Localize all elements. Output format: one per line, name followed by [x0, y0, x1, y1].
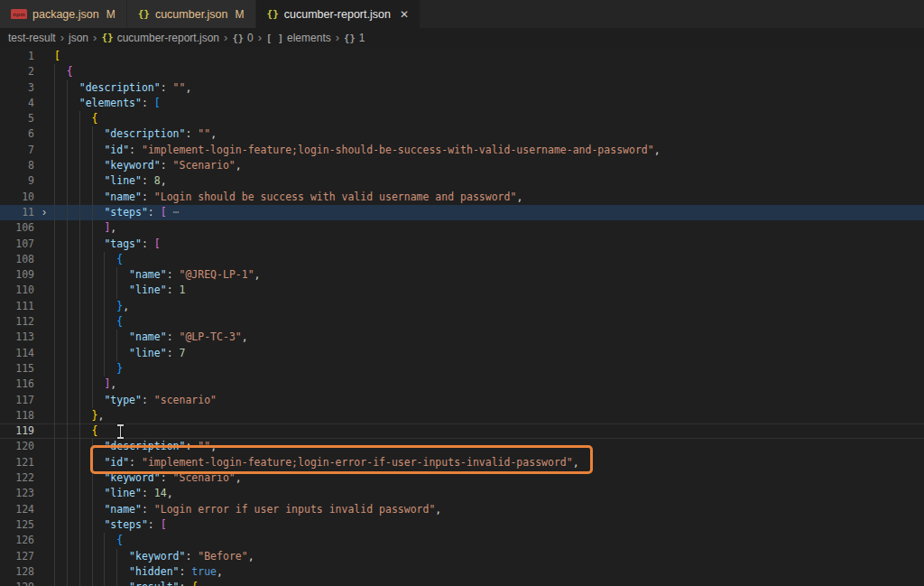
code-line-text[interactable]: "line": 14,	[54, 486, 924, 501]
code-line-text[interactable]: {	[54, 64, 924, 79]
code-line-text[interactable]: "line": 8,	[54, 173, 924, 189]
code-line-text[interactable]: {	[54, 111, 924, 126]
code-line-text[interactable]: ],	[54, 220, 924, 236]
code-line[interactable]: 114 "line": 7	[0, 346, 924, 361]
code-line-text[interactable]: }	[54, 361, 924, 377]
breadcrumb-item-elements[interactable]: [ ]elements	[266, 32, 331, 44]
line-number[interactable]: 109	[0, 267, 34, 283]
code-line-text[interactable]: "name": "Login error if user inputs inva…	[54, 502, 924, 517]
close-icon[interactable]: ✕	[400, 8, 409, 21]
line-number[interactable]: 111	[0, 299, 34, 314]
code-line-text[interactable]: "name": "@JREQ-LP-1",	[54, 267, 924, 283]
line-number[interactable]: 123	[0, 486, 34, 501]
code-line[interactable]: 109 "name": "@JREQ-LP-1",	[0, 267, 924, 283]
code-line[interactable]: 2 {	[0, 64, 924, 79]
code-line[interactable]: 4 "elements": [	[0, 96, 924, 111]
line-number[interactable]: 3	[0, 80, 34, 96]
code-line[interactable]: 115 }	[0, 361, 924, 377]
code-line-text[interactable]: "steps": [ ⋯	[54, 205, 924, 220]
tab-package-json[interactable]: npmpackage.jsonM	[0, 0, 127, 28]
code-line[interactable]: 6 "description": "",	[0, 126, 924, 142]
code-line-text[interactable]: "result": {	[54, 580, 924, 586]
code-line-text[interactable]: "name": "Login should be success with va…	[54, 190, 924, 205]
code-line-text[interactable]: "tags": [	[54, 237, 924, 252]
line-number[interactable]: 1	[0, 49, 34, 64]
line-number[interactable]: 125	[0, 517, 34, 533]
code-line[interactable]: 116 ],	[0, 377, 924, 392]
code-line-text[interactable]: "name": "@LP-TC-3",	[54, 330, 924, 345]
code-line-text[interactable]: {	[54, 314, 924, 330]
code-line[interactable]: 120 "description": "",	[0, 439, 924, 454]
code-line-text[interactable]: },	[54, 299, 924, 314]
code-line-text[interactable]: {	[54, 423, 924, 439]
code-line[interactable]: 107 "tags": [	[0, 237, 924, 252]
line-number[interactable]: 115	[0, 361, 34, 377]
breadcrumb-item-json[interactable]: json	[69, 32, 88, 44]
line-number[interactable]: 122	[0, 470, 34, 486]
line-number[interactable]: 121	[0, 455, 34, 470]
fold-chevron-icon[interactable]: ›	[34, 205, 54, 220]
line-number[interactable]: 11	[0, 205, 34, 220]
code-line-text[interactable]: "steps": [	[54, 517, 924, 533]
code-line-text[interactable]: "keyword": "Before",	[54, 549, 924, 564]
line-number[interactable]: 126	[0, 533, 34, 548]
code-line[interactable]: 5 {	[0, 111, 924, 126]
code-line-text[interactable]: "line": 1	[54, 283, 924, 298]
code-line[interactable]: 10 "name": "Login should be success with…	[0, 190, 924, 205]
line-number[interactable]: 118	[0, 408, 34, 423]
tab-cucumber-report-json[interactable]: {}cucumber-report.json✕	[256, 0, 420, 28]
code-line[interactable]: 122 "keyword": "Scenario",	[0, 470, 924, 486]
code-line[interactable]: 7 "id": "implement-login-feature;login-s…	[0, 143, 924, 158]
line-number[interactable]: 120	[0, 439, 34, 454]
code-line-text[interactable]: "id": "implement-login-feature;login-sho…	[54, 143, 924, 158]
code-line[interactable]: 119 {	[0, 423, 924, 439]
tab-cucumber-json[interactable]: {}cucumber.jsonM	[127, 0, 256, 28]
code-line-text[interactable]: "keyword": "Scenario",	[54, 158, 924, 173]
code-line[interactable]: 9 "line": 8,	[0, 173, 924, 189]
code-line[interactable]: 3 "description": "",	[0, 80, 924, 96]
code-line[interactable]: 11› "steps": [ ⋯	[0, 205, 924, 220]
line-number[interactable]: 2	[0, 64, 34, 79]
line-number[interactable]: 6	[0, 126, 34, 142]
code-line[interactable]: 117 "type": "scenario"	[0, 393, 924, 408]
code-line-text[interactable]: "hidden": true,	[54, 564, 924, 580]
code-line[interactable]: 126 {	[0, 533, 924, 548]
code-line[interactable]: 1[	[0, 49, 924, 64]
line-number[interactable]: 124	[0, 502, 34, 517]
line-number[interactable]: 4	[0, 96, 34, 111]
code-line-text[interactable]: "elements": [	[54, 96, 924, 111]
line-number[interactable]: 8	[0, 158, 34, 173]
code-line-text[interactable]: [	[54, 49, 924, 64]
line-number[interactable]: 128	[0, 564, 34, 580]
code-line[interactable]: 127 "keyword": "Before",	[0, 549, 924, 564]
code-line[interactable]: 110 "line": 1	[0, 283, 924, 298]
line-number[interactable]: 116	[0, 377, 34, 392]
code-line[interactable]: 106 ],	[0, 220, 924, 236]
code-line-text[interactable]: {	[54, 252, 924, 267]
code-line-text[interactable]: "id": "implement-login-feature;login-err…	[54, 455, 924, 470]
line-number[interactable]: 127	[0, 549, 34, 564]
line-number[interactable]: 106	[0, 220, 34, 236]
code-line[interactable]: 121 "id": "implement-login-feature;login…	[0, 455, 924, 470]
code-line-text[interactable]: },	[54, 408, 924, 423]
code-line[interactable]: 123 "line": 14,	[0, 486, 924, 501]
line-number[interactable]: 113	[0, 330, 34, 345]
line-number[interactable]: 129	[0, 580, 34, 586]
code-line-text[interactable]: "type": "scenario"	[54, 393, 924, 408]
code-line-text[interactable]: "keyword": "Scenario",	[54, 470, 924, 486]
code-line-text[interactable]: {	[54, 533, 924, 548]
line-number[interactable]: 10	[0, 190, 34, 205]
code-line[interactable]: 113 "name": "@LP-TC-3",	[0, 330, 924, 345]
code-line[interactable]: 112 {	[0, 314, 924, 330]
line-number[interactable]: 108	[0, 252, 34, 267]
code-line[interactable]: 8 "keyword": "Scenario",	[0, 158, 924, 173]
code-editor[interactable]: 1[2 {3 "description": "",4 "elements": […	[0, 47, 924, 586]
code-line[interactable]: 125 "steps": [	[0, 517, 924, 533]
line-number[interactable]: 119	[0, 423, 34, 439]
line-number[interactable]: 9	[0, 173, 34, 189]
breadcrumb-item-test-result[interactable]: test-result	[8, 32, 56, 44]
breadcrumb-item-0[interactable]: {}0	[232, 32, 253, 44]
breadcrumb-item-1[interactable]: {}1	[344, 32, 365, 44]
code-line[interactable]: 108 {	[0, 252, 924, 267]
line-number[interactable]: 110	[0, 283, 34, 298]
